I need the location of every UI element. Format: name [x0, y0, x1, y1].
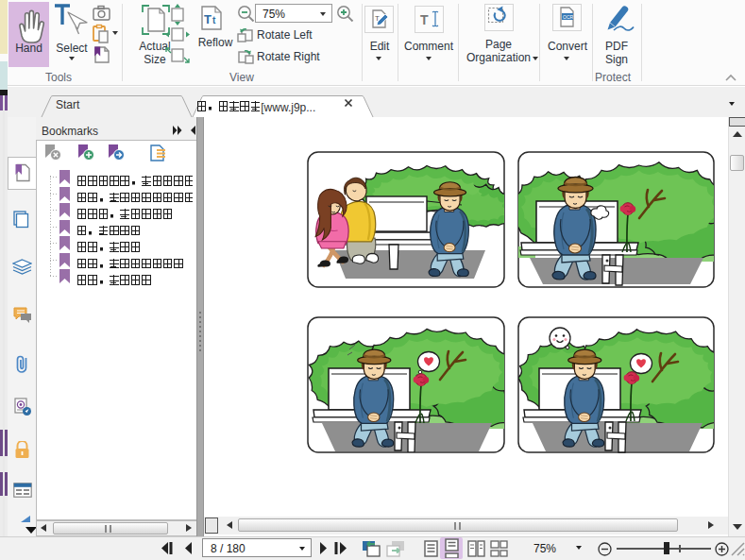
svg-text:Start: Start	[56, 98, 80, 111]
svg-text:OCR: OCR	[563, 14, 574, 20]
svg-text:T: T	[420, 12, 429, 27]
svg-text:T: T	[204, 12, 212, 26]
